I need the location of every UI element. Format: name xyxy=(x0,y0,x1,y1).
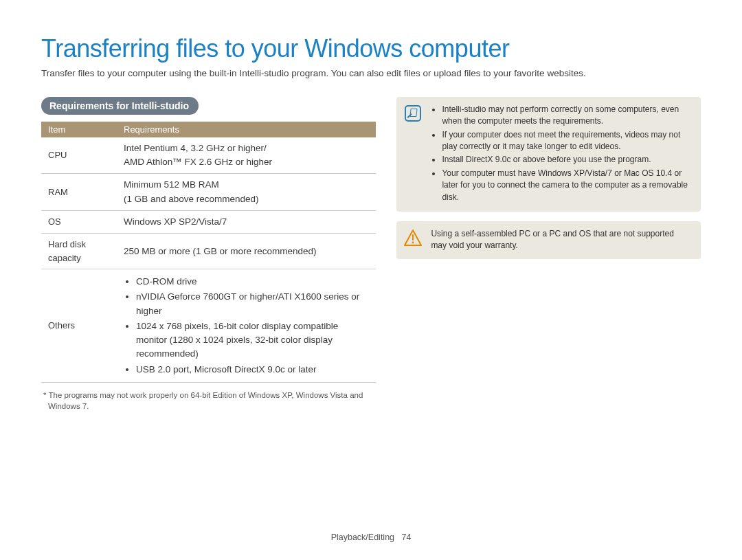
cell-req: Minimum 512 MB RAM (1 GB and above recom… xyxy=(117,174,376,211)
section-heading: Requirements for Intelli-studio xyxy=(41,97,199,115)
note-callout: Intelli-studio may not perform correctly… xyxy=(396,97,701,212)
cell-req: 250 MB or more (1 GB or more recommended… xyxy=(117,234,376,269)
cell-item: Others xyxy=(41,269,117,383)
note-bullet-list: Intelli-studio may not perform correctly… xyxy=(431,104,691,205)
table-row: OS Windows XP SP2/Vista/7 xyxy=(41,210,376,233)
table-header-requirements: Requirements xyxy=(117,122,376,137)
requirements-table: Item Requirements CPU Intel Pentium 4, 3… xyxy=(41,122,376,383)
footer-section: Playback/Editing xyxy=(331,533,394,542)
list-item: Install DirectX 9.0c or above before you… xyxy=(442,154,691,166)
svg-point-2 xyxy=(412,242,414,244)
warning-icon xyxy=(403,228,423,252)
warning-callout: Using a self-assembled PC or a PC and OS… xyxy=(396,221,701,259)
manual-page: Transferring files to your Windows compu… xyxy=(0,0,742,425)
cell-req: Intel Pentium 4, 3.2 GHz or higher/ AMD … xyxy=(117,137,376,174)
cell-item: CPU xyxy=(41,137,117,174)
others-bullet-list: CD-ROM drive nVIDIA Geforce 7600GT or hi… xyxy=(124,275,369,377)
list-item: CD-ROM drive xyxy=(136,275,369,289)
cell-item: RAM xyxy=(41,174,117,211)
list-item: Your computer must have Windows XP/Vista… xyxy=(442,168,691,203)
footer-page-number: 74 xyxy=(401,533,411,542)
list-item: Intelli-studio may not perform correctly… xyxy=(442,104,691,128)
intro-text: Transfer files to your computer using th… xyxy=(41,67,701,80)
list-item: If your computer does not meet the requi… xyxy=(442,129,691,153)
note-icon xyxy=(403,104,423,205)
table-row: RAM Minimum 512 MB RAM (1 GB and above r… xyxy=(41,174,376,211)
table-footnote: * The programs may not work properly on … xyxy=(41,390,376,412)
table-row-others: Others CD-ROM drive nVIDIA Geforce 7600G… xyxy=(41,269,376,383)
warning-text: Using a self-assembled PC or a PC and OS… xyxy=(431,228,691,252)
list-item: 1024 x 768 pixels, 16-bit color display … xyxy=(136,320,369,361)
cell-req: Windows XP SP2/Vista/7 xyxy=(117,210,376,233)
left-column: Requirements for Intelli-studio Item Req… xyxy=(41,97,376,412)
page-title: Transferring files to your Windows compu… xyxy=(41,34,701,63)
two-column-layout: Requirements for Intelli-studio Item Req… xyxy=(41,97,701,412)
cell-item: OS xyxy=(41,210,117,233)
table-header-item: Item xyxy=(41,122,117,137)
cell-item: Hard disk capacity xyxy=(41,234,117,269)
list-item: nVIDIA Geforce 7600GT or higher/ATI X160… xyxy=(136,290,369,318)
cell-req-others: CD-ROM drive nVIDIA Geforce 7600GT or hi… xyxy=(117,269,376,383)
right-column: Intelli-studio may not perform correctly… xyxy=(396,97,701,269)
page-footer: Playback/Editing 74 xyxy=(0,533,742,542)
list-item: USB 2.0 port, Microsoft DirectX 9.0c or … xyxy=(136,363,369,377)
table-row: Hard disk capacity 250 MB or more (1 GB … xyxy=(41,234,376,269)
table-row: CPU Intel Pentium 4, 3.2 GHz or higher/ … xyxy=(41,137,376,174)
table-header-row: Item Requirements xyxy=(41,122,376,137)
